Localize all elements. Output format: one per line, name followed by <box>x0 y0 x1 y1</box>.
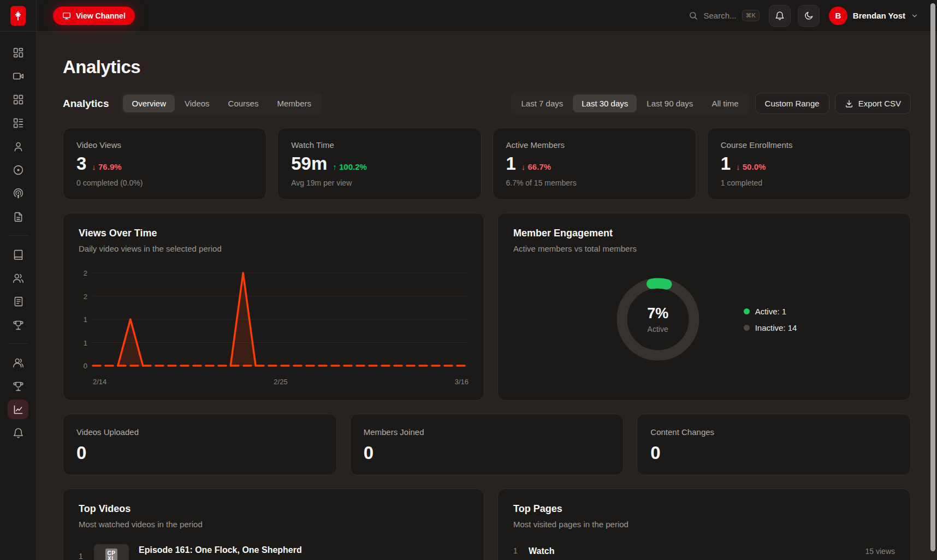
legend-label: Inactive: 14 <box>755 323 797 332</box>
stat-value: 0 <box>650 444 897 462</box>
bottom-lists-row: Top Videos Most watched videos in the pe… <box>63 488 911 560</box>
stat-delta: ↓ 50.0% <box>736 162 766 171</box>
stat-delta: ↑ 100.2% <box>333 162 367 171</box>
page-info: Watch 15 views <box>529 546 895 560</box>
tab-videos[interactable]: Videos <box>176 94 218 112</box>
engagement-title: Member Engagement <box>513 228 895 239</box>
stat-card-course-enrollments: Course Enrollments 1 ↓ 50.0% 1 completed <box>707 128 911 200</box>
chevron-down-icon <box>911 12 918 20</box>
stat-footnote: 1 completed <box>721 178 897 187</box>
page-views: 15 views <box>865 547 895 556</box>
controls-right: Last 7 daysLast 30 daysLast 90 daysAll t… <box>511 92 911 115</box>
range-last-7-days[interactable]: Last 7 days <box>513 94 572 112</box>
stat-footnote: Avg 19m per view <box>291 178 467 187</box>
stat-label: Course Enrollments <box>721 140 897 150</box>
sidebar-item-users-round[interactable] <box>8 353 28 372</box>
x-axis: 2/142/253/16 <box>79 378 468 386</box>
export-csv-button[interactable]: Export CSV <box>835 93 911 114</box>
sidebar-item-notebook[interactable] <box>8 291 28 311</box>
engagement-body: 7% Active Active: 1 Inactive: 14 <box>513 273 895 366</box>
sidebar-item-disc[interactable] <box>8 160 28 180</box>
sidebar-item-dashboard[interactable] <box>8 43 28 62</box>
download-icon <box>845 99 853 108</box>
view-channel-button[interactable]: View Channel <box>53 7 135 25</box>
tab-members[interactable]: Members <box>268 94 320 112</box>
user-menu[interactable]: B Brendan Yost <box>827 4 921 27</box>
rank-number: 1 <box>513 546 519 555</box>
stat-card-video-views: Video Views 3 ↓ 76.9% 0 completed (0.0%) <box>63 128 266 200</box>
export-csv-label: Export CSV <box>858 99 901 108</box>
tab-courses[interactable]: Courses <box>220 94 268 112</box>
top-videos-card: Top Videos Most watched videos in the pe… <box>63 488 484 560</box>
app-root: View Channel Search... ⌘K B Brendan Yost <box>0 0 937 560</box>
stat-label: Active Members <box>506 140 683 150</box>
y-tick-label: 2 <box>84 292 87 300</box>
stat-footnote: 6.7% of 15 members <box>506 178 683 187</box>
sidebar-item-file-text[interactable] <box>8 207 28 227</box>
controls-bar: Analytics OverviewVideosCoursesMembers L… <box>63 92 911 115</box>
sidebar-item-layout-list[interactable] <box>8 113 28 133</box>
sidebar-item-trophy[interactable] <box>8 315 28 335</box>
search-shortcut-badge: ⌘K <box>742 10 760 21</box>
trophy-icon <box>13 319 24 331</box>
line-plot <box>93 273 468 366</box>
top-pages-card: Top Pages Most visited pages in the peri… <box>497 488 911 560</box>
y-tick-label: 1 <box>84 315 87 324</box>
engagement-subtitle: Active members vs total members <box>513 244 895 253</box>
view-channel-label: View Channel <box>76 11 126 20</box>
sidebar-item-trophy-2[interactable] <box>8 376 28 396</box>
donut-center: 7% Active <box>612 273 704 366</box>
search-placeholder: Search... <box>703 11 736 20</box>
sidebar-item-chart-line[interactable] <box>8 400 28 419</box>
sidebar-item-user[interactable] <box>8 136 28 156</box>
sidebar-item-book[interactable] <box>8 245 28 264</box>
y-tick-label: 1 <box>84 338 87 347</box>
sidebar-nav <box>0 32 36 443</box>
date-range-group: Last 7 daysLast 30 daysLast 90 daysAll t… <box>511 92 750 115</box>
theme-toggle-button[interactable] <box>798 5 820 27</box>
video-thumbnail: CPXL <box>94 544 129 560</box>
section-label: Analytics <box>63 98 109 110</box>
search-button[interactable]: Search... ⌘K <box>686 7 761 25</box>
sidebar-item-podcast[interactable] <box>8 183 28 203</box>
stat-label: Videos Uploaded <box>76 427 323 437</box>
topbar-right: Search... ⌘K B Brendan Yost <box>686 4 921 27</box>
views-over-time-card: Views Over Time Daily video views in the… <box>63 213 484 401</box>
stat-value: 1 <box>506 154 516 172</box>
sidebar-item-bell[interactable] <box>8 423 28 443</box>
stat-value-row: 59m ↑ 100.2% <box>291 154 467 172</box>
top-videos-title: Top Videos <box>79 503 468 515</box>
range-last-90-days[interactable]: Last 90 days <box>638 94 702 112</box>
video-info: Episode 161: One Flock, One Shepherd 1 v… <box>139 545 302 560</box>
layout-list-icon <box>13 117 24 129</box>
channel-logo: CPXL <box>105 549 118 560</box>
stat-delta: ↓ 76.9% <box>92 162 121 171</box>
app-logo[interactable] <box>10 6 26 26</box>
stat-label: Video Views <box>76 140 253 150</box>
legend-dot-icon <box>744 308 750 314</box>
notifications-button[interactable] <box>769 5 791 27</box>
stat-value-row: 1 ↓ 50.0% <box>721 154 897 172</box>
stat-card-videos-uploaded: Videos Uploaded 0 <box>63 414 337 475</box>
tab-overview[interactable]: Overview <box>123 94 175 112</box>
y-tick-label: 0 <box>84 362 87 370</box>
scrollbar-thumb[interactable] <box>930 3 935 551</box>
user-name: Brendan Yost <box>853 11 905 20</box>
sidebar-divider <box>8 235 28 236</box>
range-all-time[interactable]: All time <box>703 94 747 112</box>
sidebar-item-video-camera[interactable] <box>8 66 28 86</box>
range-last-30-days[interactable]: Last 30 days <box>573 94 637 112</box>
sidebar-divider <box>8 343 28 344</box>
views-chart: 22110 <box>79 273 468 366</box>
sidebar-item-grid[interactable] <box>8 90 28 109</box>
sidebar-item-users[interactable] <box>8 268 28 288</box>
file-text-icon <box>13 211 24 223</box>
bell-icon <box>13 427 24 439</box>
main-column: View Channel Search... ⌘K B Brendan Yost <box>37 0 937 560</box>
legend-item-inactive: Inactive: 14 <box>744 323 797 332</box>
topbar: View Channel Search... ⌘K B Brendan Yost <box>37 0 937 32</box>
video-camera-icon <box>13 70 24 82</box>
avatar: B <box>829 7 847 25</box>
top-video-row[interactable]: 1 CPXL Episode 161: One Flock, One Sheph… <box>79 544 468 560</box>
custom-range-button[interactable]: Custom Range <box>755 93 829 114</box>
